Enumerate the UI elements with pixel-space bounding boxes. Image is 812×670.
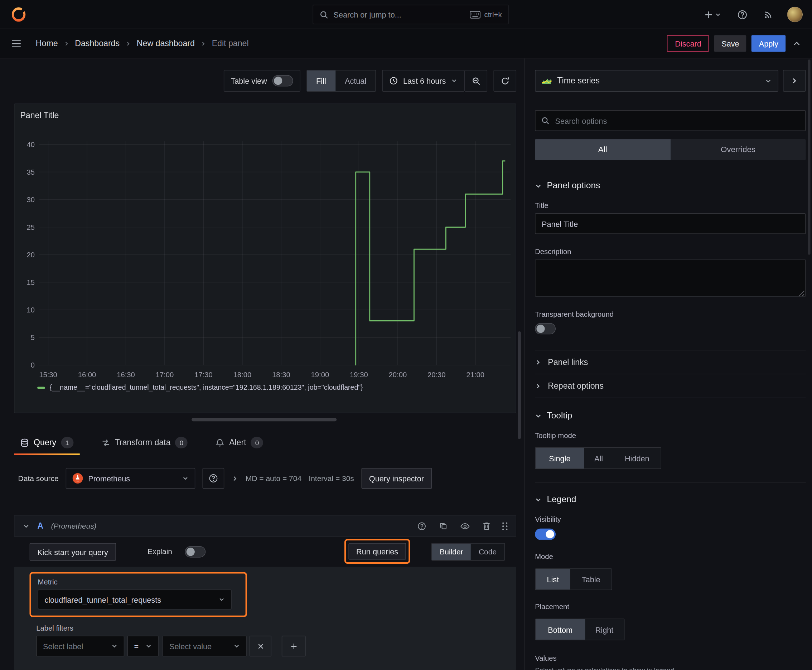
discard-button[interactable]: Discard [667, 35, 709, 52]
topbar-actions [702, 0, 803, 29]
refresh-button[interactable] [493, 70, 516, 91]
breadcrumb-dashboards[interactable]: Dashboards [75, 39, 120, 48]
kickstart-query-button[interactable]: Kick start your query [29, 543, 116, 560]
explain-toggle[interactable] [185, 546, 205, 558]
datasource-help-button[interactable] [203, 468, 224, 489]
legend-mode-table[interactable]: Table [570, 569, 612, 590]
transparent-background-toggle[interactable] [535, 323, 556, 335]
search-input[interactable] [333, 10, 464, 19]
datasource-label: Data source [18, 474, 59, 482]
panel-resize-handle[interactable] [192, 418, 337, 421]
select-label-dropdown[interactable]: Select label [36, 636, 124, 656]
legend-section-header[interactable]: Legend [535, 494, 805, 505]
menu-toggle-button[interactable] [9, 37, 23, 49]
collapse-options-button[interactable] [783, 70, 806, 91]
hide-query-button[interactable] [459, 521, 471, 530]
actual-option[interactable]: Actual [336, 71, 376, 91]
query-datasource-name: (Prometheus) [51, 522, 97, 530]
panel-title-input[interactable] [535, 213, 805, 234]
query-row-header[interactable]: A (Prometheus) [14, 515, 516, 537]
svg-text:17:30: 17:30 [194, 371, 213, 379]
run-queries-button[interactable]: Run queries [348, 543, 406, 559]
add-filter-button[interactable] [282, 636, 306, 656]
user-avatar[interactable] [787, 7, 803, 22]
save-button[interactable]: Save [714, 35, 746, 52]
fill-actual-segment: Fill Actual [307, 70, 376, 91]
add-menu-button[interactable] [702, 8, 723, 21]
select-label-placeholder: Select label [43, 642, 83, 651]
tooltip-mode-hidden[interactable]: Hidden [613, 448, 661, 469]
collapse-header-button[interactable] [791, 37, 803, 49]
query-inspector-button[interactable]: Query inspector [361, 468, 432, 489]
scrollbar-thumb[interactable] [518, 332, 521, 439]
time-range-picker[interactable]: Last 6 hours [382, 70, 464, 91]
chevron-right-icon[interactable] [232, 475, 239, 482]
caret-down-icon [182, 475, 188, 481]
chevron-down-icon[interactable] [23, 523, 30, 530]
tab-query[interactable]: Query 1 [14, 430, 80, 455]
builder-option[interactable]: Builder [432, 544, 471, 560]
repeat-options-section[interactable]: Repeat options [535, 374, 805, 398]
zoom-out-button[interactable] [464, 70, 487, 91]
legend-visibility-toggle[interactable] [535, 529, 556, 540]
breadcrumb-home[interactable]: Home [36, 39, 58, 48]
panel-links-label: Panel links [548, 357, 588, 367]
breadcrumb-chevron-icon [63, 41, 69, 47]
visualization-name: Time series [557, 76, 600, 86]
legend-placement-right[interactable]: Right [585, 619, 624, 640]
legend-mode-list[interactable]: List [536, 569, 570, 590]
legend-mode-segment: List Table [535, 568, 612, 590]
query-ref-id[interactable]: A [37, 521, 43, 531]
options-scrollbar-thumb[interactable] [808, 59, 810, 254]
tab-overrides[interactable]: Overrides [670, 139, 805, 160]
breadcrumb-chevron-icon [125, 41, 131, 47]
visualization-picker[interactable]: Time series [535, 70, 778, 91]
apply-button[interactable]: Apply [751, 35, 785, 52]
options-filter-tabs: All Overrides [535, 139, 805, 160]
panel-links-section[interactable]: Panel links [535, 350, 805, 374]
tab-all[interactable]: All [535, 139, 670, 160]
time-series-chart: 051015202530354015:3016:0016:3017:0017:3… [14, 104, 515, 413]
grafana-logo-icon[interactable] [10, 6, 27, 22]
search-box[interactable]: ctrl+k [313, 5, 509, 24]
search-options-input[interactable] [535, 110, 805, 131]
breadcrumb-new-dashboard[interactable]: New dashboard [137, 39, 195, 48]
datasource-row: Data source Prometheus [18, 467, 516, 489]
description-textarea[interactable] [535, 259, 805, 297]
remove-filter-button[interactable] [249, 636, 271, 656]
tooltip-mode-all[interactable]: All [584, 448, 613, 469]
alert-count-badge: 0 [251, 437, 263, 448]
panel-options-section-header[interactable]: Panel options [535, 181, 805, 191]
label-filters-label: Label filters [36, 624, 305, 632]
tab-alert[interactable]: Alert 0 [209, 430, 270, 455]
repeat-options-label: Repeat options [548, 381, 603, 391]
tooltip-mode-single[interactable]: Single [536, 448, 584, 469]
chart-legend[interactable]: {__name__="cloudflared_tunnel_total_requ… [37, 384, 363, 392]
table-view-toggle[interactable] [272, 75, 293, 86]
plus-icon [290, 642, 298, 650]
select-value-dropdown[interactable]: Select value [163, 636, 246, 656]
legend-placement-bottom[interactable]: Bottom [536, 619, 585, 640]
query-help-button[interactable] [416, 520, 427, 531]
code-option[interactable]: Code [471, 544, 504, 560]
metric-select[interactable]: cloudflared_tunnel_total_requests [38, 589, 232, 609]
search-icon [319, 10, 328, 19]
title-field-label: Title [535, 201, 805, 210]
svg-text:10: 10 [27, 306, 35, 314]
operator-dropdown[interactable]: = [127, 636, 159, 656]
svg-text:5: 5 [31, 333, 35, 342]
duplicate-query-button[interactable] [438, 521, 449, 531]
fill-option[interactable]: Fill [307, 71, 336, 91]
tooltip-section-header[interactable]: Tooltip [535, 411, 805, 421]
tab-transform-data[interactable]: Transform data 0 [95, 430, 194, 455]
run-queries-highlight: Run queries [344, 539, 410, 564]
delete-query-button[interactable] [481, 521, 491, 531]
news-button[interactable] [762, 8, 775, 21]
help-button[interactable] [736, 7, 749, 22]
datasource-value: Prometheus [88, 474, 130, 483]
caret-down-icon [111, 643, 117, 649]
legend-values-label: Values [535, 654, 805, 662]
table-view-control[interactable]: Table view [224, 70, 300, 91]
datasource-picker[interactable]: Prometheus [66, 468, 195, 489]
drag-handle-icon[interactable] [502, 522, 507, 530]
